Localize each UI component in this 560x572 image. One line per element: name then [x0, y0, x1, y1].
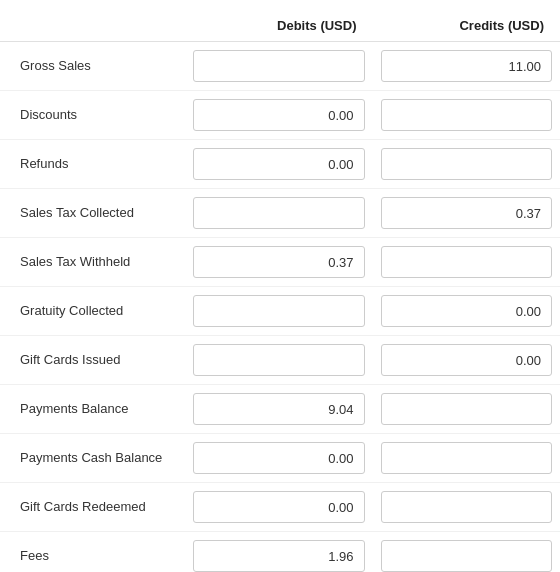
table-row: Gift Cards Redeemed	[0, 483, 560, 532]
debit-cell-fees	[185, 538, 373, 572]
credit-cell-fees	[373, 538, 561, 572]
row-label-gift-cards-issued: Gift Cards Issued	[0, 352, 185, 369]
credit-cell-refunds	[373, 146, 561, 182]
debit-cell-discounts	[185, 97, 373, 133]
table-row: Gift Cards Issued	[0, 336, 560, 385]
credits-header: Credits (USD)	[373, 18, 561, 33]
table-row: Gratuity Collected	[0, 287, 560, 336]
debit-input-refunds[interactable]	[193, 148, 365, 180]
debit-cell-refunds	[185, 146, 373, 182]
debit-input-gratuity-collected[interactable]	[193, 295, 365, 327]
credit-input-sales-tax-collected[interactable]	[381, 197, 553, 229]
debit-input-sales-tax-withheld[interactable]	[193, 246, 365, 278]
table-row: Refunds	[0, 140, 560, 189]
row-label-sales-tax-withheld: Sales Tax Withheld	[0, 254, 185, 271]
credit-input-discounts[interactable]	[381, 99, 553, 131]
table-body: Gross SalesDiscountsRefundsSales Tax Col…	[0, 42, 560, 572]
credit-input-refunds[interactable]	[381, 148, 553, 180]
debit-input-gross-sales[interactable]	[193, 50, 365, 82]
row-label-fees: Fees	[0, 548, 185, 565]
credit-cell-discounts	[373, 97, 561, 133]
row-label-gratuity-collected: Gratuity Collected	[0, 303, 185, 320]
row-label-gross-sales: Gross Sales	[0, 58, 185, 75]
accounting-table: Debits (USD) Credits (USD) Gross SalesDi…	[0, 0, 560, 572]
debit-cell-payments-balance	[185, 391, 373, 427]
table-row: Payments Balance	[0, 385, 560, 434]
debit-input-gift-cards-issued[interactable]	[193, 344, 365, 376]
debit-input-discounts[interactable]	[193, 99, 365, 131]
debit-cell-gross-sales	[185, 48, 373, 84]
table-row: Sales Tax Collected	[0, 189, 560, 238]
debit-cell-sales-tax-collected	[185, 195, 373, 231]
debit-input-fees[interactable]	[193, 540, 365, 572]
table-row: Discounts	[0, 91, 560, 140]
credit-cell-sales-tax-withheld	[373, 244, 561, 280]
credit-cell-gratuity-collected	[373, 293, 561, 329]
debit-input-payments-cash-balance[interactable]	[193, 442, 365, 474]
credit-input-payments-balance[interactable]	[381, 393, 553, 425]
row-label-payments-cash-balance: Payments Cash Balance	[0, 450, 185, 467]
debit-cell-gift-cards-redeemed	[185, 489, 373, 525]
debit-cell-payments-cash-balance	[185, 440, 373, 476]
debit-cell-gratuity-collected	[185, 293, 373, 329]
credit-cell-payments-cash-balance	[373, 440, 561, 476]
debit-cell-gift-cards-issued	[185, 342, 373, 378]
table-row: Gross Sales	[0, 42, 560, 91]
credit-cell-gift-cards-redeemed	[373, 489, 561, 525]
credit-input-gratuity-collected[interactable]	[381, 295, 553, 327]
row-label-payments-balance: Payments Balance	[0, 401, 185, 418]
debit-cell-sales-tax-withheld	[185, 244, 373, 280]
credit-cell-sales-tax-collected	[373, 195, 561, 231]
label-header	[0, 18, 185, 33]
credit-input-fees[interactable]	[381, 540, 553, 572]
credit-cell-payments-balance	[373, 391, 561, 427]
table-row: Fees	[0, 532, 560, 572]
debit-input-sales-tax-collected[interactable]	[193, 197, 365, 229]
table-row: Sales Tax Withheld	[0, 238, 560, 287]
credit-input-sales-tax-withheld[interactable]	[381, 246, 553, 278]
credit-input-gift-cards-issued[interactable]	[381, 344, 553, 376]
debit-input-gift-cards-redeemed[interactable]	[193, 491, 365, 523]
credit-cell-gift-cards-issued	[373, 342, 561, 378]
row-label-gift-cards-redeemed: Gift Cards Redeemed	[0, 499, 185, 516]
credit-cell-gross-sales	[373, 48, 561, 84]
row-label-sales-tax-collected: Sales Tax Collected	[0, 205, 185, 222]
table-row: Payments Cash Balance	[0, 434, 560, 483]
row-label-refunds: Refunds	[0, 156, 185, 173]
credit-input-gift-cards-redeemed[interactable]	[381, 491, 553, 523]
credit-input-gross-sales[interactable]	[381, 50, 553, 82]
debits-header: Debits (USD)	[185, 18, 373, 33]
credit-input-payments-cash-balance[interactable]	[381, 442, 553, 474]
debit-input-payments-balance[interactable]	[193, 393, 365, 425]
row-label-discounts: Discounts	[0, 107, 185, 124]
table-header: Debits (USD) Credits (USD)	[0, 10, 560, 42]
